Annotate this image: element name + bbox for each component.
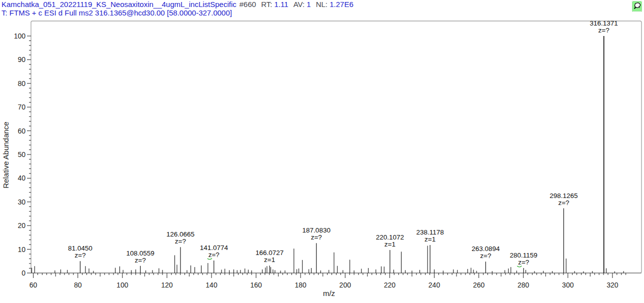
x-axis-title: m/z <box>323 289 335 298</box>
peak-mz-label: 316.1371 <box>590 20 618 27</box>
peak-mz-label: 263.0894 <box>472 245 500 252</box>
peak-mz-label: 126.0665 <box>166 230 194 238</box>
peak-charge-label: z=? <box>208 251 220 258</box>
peak-charge-label: z=? <box>558 199 569 206</box>
y-tick-label: 100 <box>14 32 26 40</box>
x-tick-label: 100 <box>116 281 128 289</box>
y-tick-label: 50 <box>18 150 26 158</box>
peak-charge-label: z=? <box>480 252 491 260</box>
peak-mz-label: 81.0450 <box>68 244 92 252</box>
av-value: 1 <box>306 0 310 8</box>
y-tick-label: 90 <box>18 56 26 64</box>
x-tick-label: 260 <box>473 281 485 289</box>
x-tick-label: 320 <box>606 281 618 289</box>
scan-number: #660 <box>240 0 256 8</box>
peak-charge-label: z=? <box>175 238 186 245</box>
peak-mz-label: 280.1159 <box>510 252 538 259</box>
x-tick-label: 180 <box>295 281 307 289</box>
x-tick-label: 80 <box>74 281 82 289</box>
y-tick-label: 40 <box>18 174 26 182</box>
peak-charge-label: z=? <box>74 252 86 259</box>
y-tick-label: 30 <box>18 198 26 206</box>
plot-frame <box>31 21 642 273</box>
peak-mz-label: 166.0727 <box>256 249 284 256</box>
y-axis-title: Relative Abundance <box>2 122 10 188</box>
peak-mz-label: 298.1265 <box>550 192 578 200</box>
scan-filter-line: T: FTMS + c ESI d Full ms2 316.1365@hcd3… <box>2 9 232 17</box>
peak-mz-label: 141.0774 <box>200 244 228 252</box>
peak-mz-label: 238.1178 <box>416 228 444 236</box>
spectrum-window: { "header": { "line1": { "sample_name": … <box>0 0 644 303</box>
magnifier-glyph <box>632 2 642 11</box>
scan-header-line: Kamchatka_051_20221119_KS_Neosaxitoxin__… <box>2 0 354 8</box>
peak-charge-label: z=? <box>311 234 322 241</box>
peak-charge-label: z=? <box>518 258 529 266</box>
y-tick-label: 80 <box>18 80 26 88</box>
x-tick-label: 240 <box>428 281 440 289</box>
x-tick-label: 140 <box>206 281 218 289</box>
x-tick-label: 220 <box>384 281 396 289</box>
x-tick-label: 160 <box>250 281 262 289</box>
nl-label: NL: <box>316 0 328 8</box>
peak-charge-label: z=1 <box>424 236 436 243</box>
x-tick-label: 120 <box>161 281 173 289</box>
x-tick-label: 300 <box>562 281 574 289</box>
nl-value: 1.27E6 <box>330 0 354 8</box>
peak-charge-label: z=? <box>135 256 146 264</box>
y-tick-label: 0 <box>22 269 26 277</box>
av-label: AV: <box>294 0 305 8</box>
spectrum-canvas[interactable]: 6080100120140160180200220240260280300320… <box>0 0 644 303</box>
y-tick-label: 70 <box>18 103 26 111</box>
magnifier-tool-icon[interactable] <box>632 1 642 12</box>
peak-mz-label: 108.0559 <box>126 250 154 257</box>
sample-name: Kamchatka_051_20221119_KS_Neosaxitoxin__… <box>2 0 236 8</box>
y-tick-label: 10 <box>18 246 26 254</box>
x-tick-label: 280 <box>518 281 530 289</box>
peak-charge-label: z=1 <box>384 240 396 248</box>
peak-charge-label: z=? <box>598 26 610 34</box>
y-tick-label: 20 <box>18 222 26 230</box>
rt-label: RT: <box>261 0 272 8</box>
peak-mz-label: 187.0830 <box>302 226 330 234</box>
peak-charge-label: z=1 <box>264 256 275 264</box>
x-tick-label: 200 <box>340 281 352 289</box>
rt-value: 1.11 <box>274 0 288 8</box>
x-tick-label: 60 <box>30 281 38 289</box>
y-tick-label: 60 <box>18 127 26 135</box>
peak-mz-label: 220.1072 <box>376 234 404 241</box>
